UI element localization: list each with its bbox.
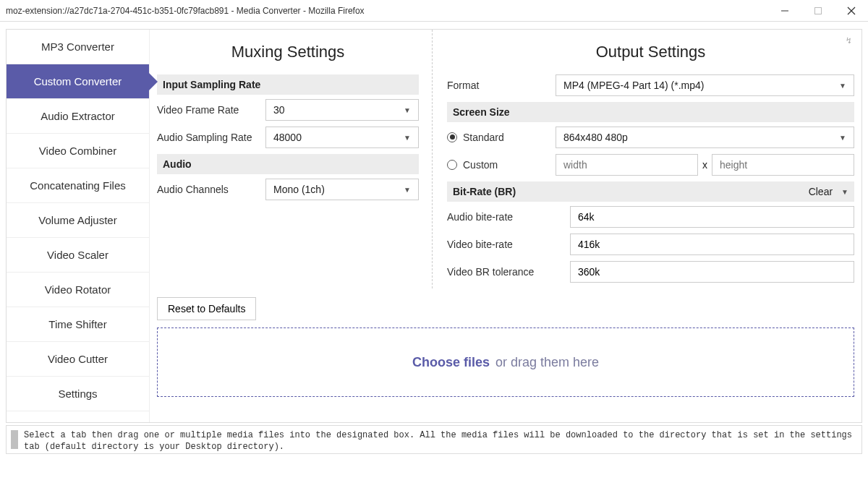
format-label: Format: [447, 80, 548, 92]
window-close-button[interactable]: [835, 0, 868, 22]
sidebar-item-video-cutter[interactable]: Video Cutter: [7, 342, 149, 377]
row-screen-custom: Custom x: [447, 154, 854, 176]
sidebar-item-label: Audio Extractor: [41, 110, 115, 122]
standard-radio-wrap: Standard: [447, 132, 548, 144]
window-title: moz-extension://a27dc71a-2704-451c-b351-…: [6, 6, 768, 16]
sidebar-item-label: Video Rotator: [45, 283, 111, 296]
sidebar-item-custom-converter[interactable]: Custom Converter: [7, 64, 149, 99]
chevron-down-icon: ▼: [841, 188, 848, 196]
window-restore-button[interactable]: [801, 0, 835, 22]
row-format: Format MP4 (MPEG-4 Part 14) (*.mp4) ▼: [447, 74, 854, 96]
section-screen-size: Screen Size: [447, 102, 854, 122]
section-bitrate: Bit-Rate (BR) Clear ▼: [447, 181, 854, 202]
section-audio: Audio: [157, 154, 419, 174]
sidebar-item-video-rotator[interactable]: Video Rotator: [7, 273, 149, 307]
standard-radio[interactable]: [447, 132, 457, 142]
sidebar-item-volume-adjuster[interactable]: Volume Adjuster: [7, 203, 149, 238]
choose-files-label: Choose files: [412, 355, 490, 370]
muxing-heading: Muxing Settings: [157, 43, 419, 61]
sidebar-item-label: Time Shifter: [48, 318, 106, 330]
chevron-down-icon: ▼: [839, 134, 846, 142]
format-dropdown[interactable]: MP4 (MPEG-4 Part 14) (*.mp4) ▼: [556, 74, 854, 96]
dropdown-value: 48000: [273, 132, 302, 143]
bitrate-clear-dropdown[interactable]: Clear ▼: [809, 186, 848, 197]
audio-bitrate-input[interactable]: [570, 206, 854, 228]
chevron-down-icon: ▼: [404, 134, 411, 142]
chevron-down-icon: ▼: [404, 106, 411, 114]
sidebar-item-video-scaler[interactable]: Video Scaler: [7, 238, 149, 273]
file-dropzone[interactable]: Choose files or drag them here: [157, 328, 854, 397]
minimize-icon: [781, 7, 788, 14]
sidebar-item-label: MP3 Converter: [41, 40, 114, 53]
sidebar-item-label: Concatenating Files: [30, 179, 126, 192]
section-label: Screen Size: [453, 106, 510, 118]
section-label: Bit-Rate (BR): [453, 186, 516, 197]
status-handle-icon[interactable]: [11, 430, 18, 449]
width-input[interactable]: [556, 154, 698, 176]
video-frame-rate-dropdown[interactable]: 30 ▼: [265, 99, 419, 121]
audio-bitrate-label: Audio bite-rate: [447, 211, 563, 223]
status-text: Select a tab then drag one or multiple m…: [24, 430, 854, 453]
network-badge-icon: ↯: [846, 35, 851, 46]
row-screen-standard: Standard 864x480 480p ▼: [447, 127, 854, 148]
sidebar-item-label: Video Combiner: [39, 145, 116, 157]
row-video-br-tolerance: Video BR tolerance: [447, 261, 854, 283]
sidebar-item-label: Volume Adjuster: [38, 214, 116, 226]
video-br-tolerance-input[interactable]: [570, 261, 854, 283]
row-audio-channels: Audio Channels Mono (1ch) ▼: [157, 179, 419, 200]
custom-size-inputs: x: [556, 154, 854, 176]
sidebar-item-audio-extractor[interactable]: Audio Extractor: [7, 99, 149, 134]
section-label: Input Sampling Rate: [163, 79, 260, 90]
app-frame: ↯ MP3 Converter Custom Converter Audio E…: [6, 29, 862, 423]
row-audio-sampling-rate: Audio Sampling Rate 48000 ▼: [157, 127, 419, 148]
reset-defaults-button[interactable]: Reset to Defaults: [157, 297, 256, 320]
clear-label: Clear: [809, 186, 833, 197]
drag-hint-label: or drag them here: [495, 355, 599, 370]
custom-radio[interactable]: [447, 160, 457, 170]
radio-dot-icon: [450, 134, 455, 140]
sidebar-item-concatenating-files[interactable]: Concatenating Files: [7, 168, 149, 203]
video-br-tolerance-label: Video BR tolerance: [447, 266, 563, 278]
standard-radio-label: Standard: [463, 132, 504, 144]
sidebar-item-label: Custom Converter: [34, 75, 122, 87]
row-video-bitrate: Video bite-rate: [447, 234, 854, 255]
audio-channels-dropdown[interactable]: Mono (1ch) ▼: [265, 179, 419, 200]
sidebar-item-label: Video Scaler: [47, 249, 109, 261]
sidebar-item-settings[interactable]: Settings: [7, 377, 149, 411]
sidebar-item-time-shifter[interactable]: Time Shifter: [7, 307, 149, 342]
sidebar-item-label: Video Cutter: [48, 353, 108, 365]
restore-icon: [814, 7, 822, 14]
dropdown-value: MP4 (MPEG-4 Part 14) (*.mp4): [563, 80, 705, 91]
dropdown-value: 864x480 480p: [563, 132, 628, 143]
row-audio-bitrate: Audio bite-rate: [447, 206, 854, 228]
chevron-down-icon: ▼: [404, 186, 411, 194]
standard-size-dropdown[interactable]: 864x480 480p ▼: [556, 127, 854, 148]
sidebar-item-label: Settings: [58, 388, 97, 400]
sidebar-item-mp3-converter[interactable]: MP3 Converter: [7, 30, 149, 64]
video-frame-rate-label: Video Frame Rate: [157, 104, 258, 116]
muxing-column: Muxing Settings Input Sampling Rate Vide…: [157, 30, 433, 288]
sidebar: MP3 Converter Custom Converter Audio Ext…: [7, 30, 150, 422]
output-heading: Output Settings: [447, 43, 854, 61]
video-bitrate-input[interactable]: [570, 234, 854, 255]
x-separator: x: [702, 159, 707, 171]
window-minimize-button[interactable]: [768, 0, 801, 22]
status-bar: Select a tab then drag one or multiple m…: [6, 425, 862, 454]
output-column: Output Settings Format MP4 (MPEG-4 Part …: [447, 30, 854, 288]
window-titlebar: moz-extension://a27dc71a-2704-451c-b351-…: [0, 0, 868, 22]
sidebar-item-video-combiner[interactable]: Video Combiner: [7, 134, 149, 168]
height-input[interactable]: [712, 154, 854, 176]
custom-radio-label: Custom: [463, 159, 498, 171]
section-label: Audio: [163, 158, 192, 170]
dropdown-value: 30: [273, 104, 285, 116]
section-input-sampling-rate: Input Sampling Rate: [157, 74, 419, 95]
columns: Muxing Settings Input Sampling Rate Vide…: [157, 30, 854, 288]
audio-sampling-rate-label: Audio Sampling Rate: [157, 132, 258, 144]
svg-rect-1: [815, 7, 822, 14]
audio-sampling-rate-dropdown[interactable]: 48000 ▼: [265, 127, 419, 148]
dropdown-value: Mono (1ch): [273, 184, 325, 195]
close-icon: [847, 7, 856, 15]
chevron-down-icon: ▼: [839, 82, 846, 90]
custom-radio-wrap: Custom: [447, 159, 548, 171]
audio-channels-label: Audio Channels: [157, 184, 258, 196]
